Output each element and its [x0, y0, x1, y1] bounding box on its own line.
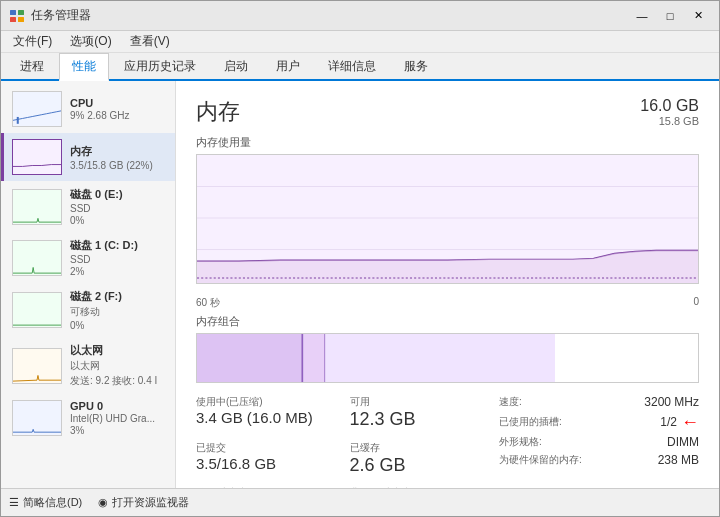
detail-panel: 内存 16.0 GB 15.8 GB 内存使用量: [176, 81, 719, 488]
committed-value: 3.5/16.8 GB: [196, 455, 330, 473]
disk0-info: 磁盘 0 (E:) SSD 0%: [70, 187, 167, 226]
ethernet-sub2: 发送: 9.2 接收: 0.4 I: [70, 374, 167, 388]
svg-rect-19: [197, 334, 301, 382]
resource-monitor-button[interactable]: ◉ 打开资源监视器: [98, 495, 189, 510]
close-button[interactable]: ✕: [685, 6, 711, 26]
slots-value-container: 1/2 ←: [660, 413, 699, 431]
disk2-sub1: 可移动: [70, 305, 167, 319]
composition-section-label: 内存组合: [196, 314, 699, 329]
time-labels: 60 秒 0: [196, 296, 699, 310]
sidebar: ▌ CPU 9% 2.68 GHz 内存 3.5: [1, 81, 176, 488]
tab-performance[interactable]: 性能: [59, 53, 109, 81]
slots-label: 已使用的插槽:: [499, 415, 562, 429]
svg-rect-24: [555, 334, 698, 382]
memory-thumbnail: [12, 139, 62, 175]
svg-rect-22: [324, 334, 325, 382]
gpu0-title: GPU 0: [70, 400, 167, 412]
window-title: 任务管理器: [31, 7, 91, 24]
sidebar-item-disk0[interactable]: 磁盘 0 (E:) SSD 0%: [1, 181, 175, 232]
svg-rect-6: [13, 140, 61, 174]
disk1-sub1: SSD: [70, 254, 167, 265]
svg-rect-9: [13, 293, 61, 327]
memory-sub: 3.5/15.8 GB (22%): [70, 160, 167, 171]
gpu0-info: GPU 0 Intel(R) UHD Gra... 3%: [70, 400, 167, 436]
disk0-title: 磁盘 0 (E:): [70, 187, 167, 202]
total-size: 16.0 GB: [640, 97, 699, 115]
task-manager-window: 任务管理器 — □ ✕ 文件(F) 选项(O) 查看(V) 进程 性能 应用历史…: [0, 0, 720, 517]
form-factor-value: DIMM: [667, 435, 699, 449]
ethernet-info: 以太网 以太网 发送: 9.2 接收: 0.4 I: [70, 343, 167, 388]
form-factor-label: 外形规格:: [499, 435, 542, 449]
reserved-label: 为硬件保留的内存:: [499, 453, 582, 467]
cpu-sub: 9% 2.68 GHz: [70, 110, 167, 121]
form-factor-row: 外形规格: DIMM: [499, 435, 699, 449]
disk0-thumbnail: [12, 189, 62, 225]
slots-value: 1/2: [660, 415, 677, 429]
title-controls: — □ ✕: [629, 6, 711, 26]
ethernet-title: 以太网: [70, 343, 167, 358]
reserved-row: 为硬件保留的内存: 238 MB: [499, 453, 699, 467]
memory-title: 内存: [70, 144, 167, 159]
disk1-title: 磁盘 1 (C: D:): [70, 238, 167, 253]
disk1-info: 磁盘 1 (C: D:) SSD 2%: [70, 238, 167, 277]
sidebar-item-ethernet[interactable]: 以太网 以太网 发送: 9.2 接收: 0.4 I: [1, 337, 175, 394]
sidebar-item-disk1[interactable]: 磁盘 1 (C: D:) SSD 2%: [1, 232, 175, 283]
title-bar: 任务管理器 — □ ✕: [1, 1, 719, 31]
tab-services[interactable]: 服务: [391, 53, 441, 79]
tab-startup[interactable]: 启动: [211, 53, 261, 79]
monitor-icon: ◉: [98, 496, 108, 509]
reserved-value: 238 MB: [658, 453, 699, 467]
stats-area: 使用中(已压缩) 3.4 GB (16.0 MB) 可用 12.3 GB 已提交…: [196, 395, 699, 488]
disk0-sub1: SSD: [70, 203, 167, 214]
disk2-thumbnail: [12, 292, 62, 328]
svg-rect-0: [10, 10, 16, 15]
disk0-sub2: 0%: [70, 215, 167, 226]
ethernet-thumbnail: [12, 348, 62, 384]
cached-block: 已缓存 2.6 GB: [350, 441, 484, 477]
menu-view[interactable]: 查看(V): [122, 31, 178, 52]
minimize-button[interactable]: —: [629, 6, 655, 26]
stats-grid: 使用中(已压缩) 3.4 GB (16.0 MB) 可用 12.3 GB 已提交…: [196, 395, 483, 488]
right-stats: 速度: 3200 MHz 已使用的插槽: 1/2 ← 外形规格: DIMM: [499, 395, 699, 488]
sidebar-item-gpu0[interactable]: GPU 0 Intel(R) UHD Gra... 3%: [1, 394, 175, 442]
speed-label: 速度:: [499, 395, 522, 409]
speed-value: 3200 MHz: [644, 395, 699, 409]
committed-label: 已提交: [196, 441, 330, 455]
cpu-thumbnail: ▌: [12, 91, 62, 127]
left-stats: 使用中(已压缩) 3.4 GB (16.0 MB) 可用 12.3 GB 已提交…: [196, 395, 483, 488]
cached-label: 已缓存: [350, 441, 484, 455]
cpu-title: CPU: [70, 97, 167, 109]
available-label: 可用: [350, 395, 484, 409]
usage-section-label: 内存使用量: [196, 135, 699, 150]
svg-rect-11: [13, 401, 61, 435]
detail-title: 内存: [196, 97, 240, 127]
svg-rect-2: [10, 17, 16, 22]
cached-value: 2.6 GB: [350, 455, 484, 477]
tab-details[interactable]: 详细信息: [315, 53, 389, 79]
speed-row: 速度: 3200 MHz: [499, 395, 699, 409]
disk1-sub2: 2%: [70, 266, 167, 277]
sidebar-item-cpu[interactable]: ▌ CPU 9% 2.68 GHz: [1, 85, 175, 133]
sidebar-item-memory[interactable]: 内存 3.5/15.8 GB (22%): [1, 133, 175, 181]
sub-size: 15.8 GB: [640, 115, 699, 127]
in-use-block: 使用中(已压缩) 3.4 GB (16.0 MB): [196, 395, 330, 431]
available-value: 12.3 GB: [350, 409, 484, 431]
menu-bar: 文件(F) 选项(O) 查看(V): [1, 31, 719, 53]
arrow-icon: ←: [681, 413, 699, 431]
gpu0-sub1: Intel(R) UHD Gra...: [70, 413, 167, 424]
detail-header: 内存 16.0 GB 15.8 GB: [196, 97, 699, 127]
ethernet-sub1: 以太网: [70, 359, 167, 373]
summary-button[interactable]: ☰ 简略信息(D): [9, 495, 82, 510]
disk1-thumbnail: [12, 240, 62, 276]
sidebar-item-disk2[interactable]: 磁盘 2 (F:) 可移动 0%: [1, 283, 175, 337]
menu-file[interactable]: 文件(F): [5, 31, 60, 52]
disk2-info: 磁盘 2 (F:) 可移动 0%: [70, 289, 167, 331]
maximize-button[interactable]: □: [657, 6, 683, 26]
title-bar-left: 任务管理器: [9, 7, 91, 24]
tab-users[interactable]: 用户: [263, 53, 313, 79]
tab-process[interactable]: 进程: [7, 53, 57, 79]
svg-rect-8: [13, 241, 61, 275]
svg-rect-20: [301, 334, 303, 382]
menu-options[interactable]: 选项(O): [62, 31, 119, 52]
tab-app-history[interactable]: 应用历史记录: [111, 53, 209, 79]
